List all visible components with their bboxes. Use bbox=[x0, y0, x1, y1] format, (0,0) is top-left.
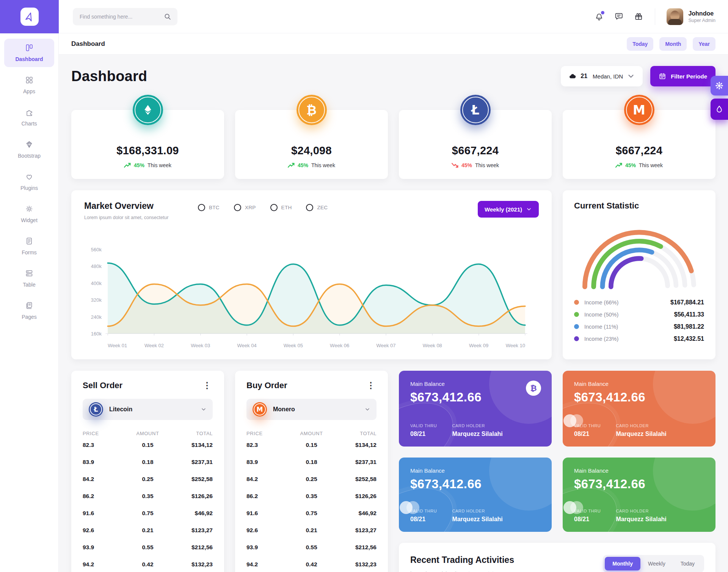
stat-value: $24,098 bbox=[291, 144, 332, 157]
period-select-button[interactable]: Weekly (2021) bbox=[478, 201, 539, 218]
stat-card-monero: M$667,22445%This week bbox=[563, 110, 715, 179]
main-balance-card: Main Balance$673,412.66₿VALID THRU08/21C… bbox=[399, 371, 552, 447]
settings-fab-button[interactable] bbox=[711, 76, 728, 96]
balance-label: Main Balance bbox=[410, 381, 540, 387]
sidebar-item-charts[interactable]: Charts bbox=[4, 103, 54, 132]
gem-icon bbox=[25, 140, 33, 150]
order-table-row: 92.60.21$123,27 bbox=[83, 522, 213, 539]
stat-change: 45% bbox=[625, 162, 636, 168]
kebab-menu-icon[interactable]: ⋮ bbox=[365, 381, 377, 390]
search-input[interactable] bbox=[79, 13, 164, 20]
tab-weekly[interactable]: Weekly bbox=[640, 557, 673, 570]
radio-label: ZEC bbox=[317, 205, 328, 210]
breadcrumb: Dashboard bbox=[71, 40, 105, 48]
balance-value: $673,412.66 bbox=[574, 390, 704, 404]
stat-value: $168,331.09 bbox=[116, 144, 179, 157]
svg-text:Week 07: Week 07 bbox=[376, 343, 395, 348]
sell-coin-select[interactable]: Ł Litecoin bbox=[83, 399, 213, 420]
cell-amount: 0.15 bbox=[126, 442, 170, 448]
sidebar-item-apps[interactable]: Apps bbox=[4, 71, 54, 99]
order-table-row: 91.60.75$46,92 bbox=[83, 505, 213, 522]
valid-thru-value: 08/21 bbox=[574, 516, 601, 523]
order-table-row: 86.20.35$126,26 bbox=[246, 487, 377, 505]
order-table-row: 83.90.18$237,31 bbox=[246, 453, 377, 470]
weather-temp: 21 bbox=[581, 73, 587, 80]
apps-icon bbox=[25, 76, 33, 86]
legend-dot-icon bbox=[574, 336, 579, 341]
tab-monthly[interactable]: Monthly bbox=[605, 557, 640, 570]
app-logo[interactable] bbox=[20, 8, 39, 26]
theme-fab-button[interactable] bbox=[711, 99, 728, 120]
balance-label: Main Balance bbox=[410, 467, 540, 474]
kebab-menu-icon[interactable]: ⋮ bbox=[201, 381, 213, 390]
cell-total: $123,27 bbox=[170, 527, 213, 534]
radio-option-zec[interactable]: ZEC bbox=[306, 204, 328, 211]
range-button-month[interactable]: Month bbox=[659, 37, 687, 51]
order-table-row: 84.20.25$252,58 bbox=[83, 470, 213, 487]
filter-periode-button[interactable]: Filter Periode bbox=[650, 66, 715, 86]
market-chart-wrap: 560k480k400k320k240k160kWeek 01Week 02We… bbox=[84, 220, 539, 353]
balance-value: $673,412.66 bbox=[410, 477, 540, 491]
search-icon[interactable] bbox=[164, 13, 171, 20]
sidebar-item-bootstrap[interactable]: Bootstrap bbox=[4, 135, 54, 164]
buy-order-card: Buy Order ⋮ M Monero PRICEAMOUNTTOTAL82.… bbox=[235, 371, 388, 572]
radio-label: ETH bbox=[281, 205, 292, 210]
recent-trading-title: Recent Trading Activities bbox=[410, 555, 514, 565]
table-icon bbox=[25, 269, 33, 279]
profile-menu[interactable]: Johndoe Super Admin bbox=[667, 8, 715, 25]
sidebar-item-plugins[interactable]: Plugins bbox=[4, 168, 54, 196]
radio-option-eth[interactable]: ETH bbox=[270, 204, 292, 211]
cell-total: $132,23 bbox=[170, 561, 213, 568]
range-button-year[interactable]: Year bbox=[693, 37, 715, 51]
litecoin-icon: Ł bbox=[89, 402, 103, 417]
buy-coin-select[interactable]: M Monero bbox=[246, 399, 377, 420]
sidebar-item-label: Dashboard bbox=[15, 56, 43, 62]
sidebar-item-dashboard[interactable]: Dashboard bbox=[4, 39, 54, 67]
cell-price: 82.3 bbox=[246, 442, 289, 448]
ethereum-icon bbox=[133, 95, 163, 125]
chevron-down-icon bbox=[201, 406, 207, 412]
coin-radio-group: BTCXRPETHZEC bbox=[198, 204, 328, 211]
sidebar-item-table[interactable]: Table bbox=[4, 264, 54, 293]
messages-button[interactable] bbox=[614, 12, 624, 22]
top-header: Johndoe Super Admin bbox=[59, 0, 728, 33]
stat-card-litecoin: Ł$667,22445%This week bbox=[399, 110, 552, 179]
sidebar-item-pages[interactable]: Pages bbox=[4, 296, 54, 325]
period-label: Weekly (2021) bbox=[485, 206, 522, 213]
cursor-logo-icon bbox=[24, 11, 35, 22]
cell-amount: 0.15 bbox=[289, 442, 334, 448]
balance-label: Main Balance bbox=[574, 467, 704, 474]
svg-text:Week 04: Week 04 bbox=[237, 343, 257, 348]
rewards-button[interactable] bbox=[634, 12, 643, 22]
sell-order-title: Sell Order bbox=[83, 381, 122, 390]
legend-dot-icon bbox=[574, 324, 579, 329]
logo-block bbox=[0, 0, 59, 33]
range-button-today[interactable]: Today bbox=[627, 37, 653, 51]
sidebar-item-label: Table bbox=[23, 282, 35, 288]
sidebar-item-forms[interactable]: Forms bbox=[4, 232, 54, 260]
sidebar-item-label: Forms bbox=[22, 249, 37, 255]
radio-option-xrp[interactable]: XRP bbox=[234, 204, 256, 211]
notifications-button[interactable] bbox=[594, 12, 604, 22]
legend-row: Income (11%)$81,981.22 bbox=[574, 322, 704, 331]
notification-dot bbox=[601, 11, 604, 14]
heart-icon bbox=[25, 172, 33, 182]
weather-widget[interactable]: 21 Medan, IDN bbox=[561, 66, 643, 86]
range-buttons: TodayMonthYear bbox=[627, 37, 715, 51]
valid-thru-value: 08/21 bbox=[574, 431, 601, 437]
tab-today[interactable]: Today bbox=[673, 557, 702, 570]
radio-circle-icon bbox=[270, 204, 278, 211]
stat-trend: 45%This week bbox=[124, 162, 171, 168]
stat-trend: 45%This week bbox=[615, 162, 663, 168]
chevron-down-icon bbox=[364, 406, 370, 412]
radio-option-btc[interactable]: BTC bbox=[198, 204, 220, 211]
order-table-row: 83.90.18$237,31 bbox=[83, 453, 213, 470]
order-table-header: PRICEAMOUNTTOTAL bbox=[83, 431, 213, 436]
chat-icon bbox=[614, 12, 623, 21]
card-meta: VALID THRU08/21CARD HOLDERMarquezz Silal… bbox=[574, 509, 667, 523]
sidebar-item-widget[interactable]: Widget bbox=[4, 200, 54, 228]
trading-period-tabs: MonthlyWeeklyToday bbox=[603, 555, 704, 572]
cell-price: 94.2 bbox=[246, 561, 289, 568]
cell-amount: 0.21 bbox=[126, 527, 170, 534]
cell-amount: 0.42 bbox=[289, 561, 334, 568]
